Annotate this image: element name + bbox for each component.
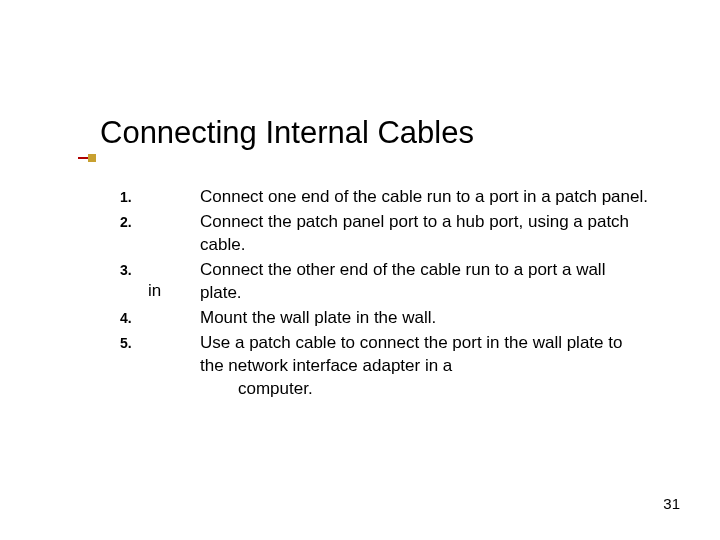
list-number: 4. — [120, 307, 200, 330]
list-number-text: 5. — [120, 335, 132, 351]
list-number: 3. in — [120, 259, 200, 305]
title-square-accent — [88, 154, 96, 162]
title-block: Connecting Internal Cables — [100, 115, 660, 151]
list-number-text: 1. — [120, 189, 132, 205]
page-number: 31 — [663, 495, 680, 512]
slide-title: Connecting Internal Cables — [100, 115, 660, 151]
list-number-text: 4. — [120, 310, 132, 326]
list-number: 1. — [120, 186, 200, 209]
slide-container: Connecting Internal Cables 1. Connect on… — [0, 0, 720, 540]
list-number: 5. — [120, 332, 200, 401]
list-text-trailing: computer. — [200, 378, 650, 401]
list-text: Connect the other end of the cable run t… — [200, 259, 650, 305]
title-rule-accent — [78, 157, 88, 159]
list-item: 3. in Connect the other end of the cable… — [120, 259, 650, 305]
list-item: 4. Mount the wall plate in the wall. — [120, 307, 650, 330]
list-number-text: 2. — [120, 214, 132, 230]
list-item: 5. Use a patch cable to connect the port… — [120, 332, 650, 401]
list-text: Mount the wall plate in the wall. — [200, 307, 650, 330]
list-text: Connect one end of the cable run to a po… — [200, 186, 650, 209]
slide-body: 1. Connect one end of the cable run to a… — [100, 186, 660, 400]
list-number-sub: in — [120, 281, 161, 300]
list-text-main: Use a patch cable to connect the port in… — [200, 333, 622, 375]
list-text: Use a patch cable to connect the port in… — [200, 332, 650, 401]
list-item: 1. Connect one end of the cable run to a… — [120, 186, 650, 209]
list-text: Connect the patch panel port to a hub po… — [200, 211, 650, 257]
list-number: 2. — [120, 211, 200, 257]
list-number-text: 3. — [120, 262, 132, 278]
list-item: 2. Connect the patch panel port to a hub… — [120, 211, 650, 257]
